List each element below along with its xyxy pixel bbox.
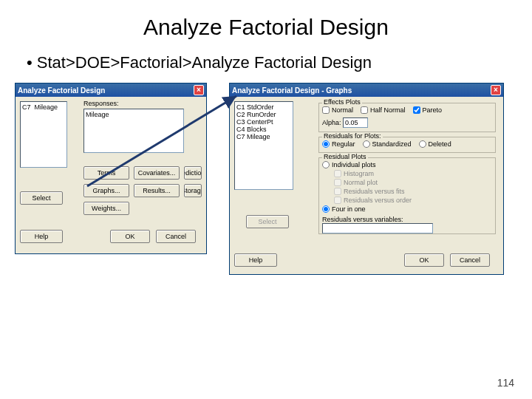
responses-label: Responses: <box>83 100 119 107</box>
dialog1-title: Analyze Factorial Design <box>18 86 194 95</box>
covariates-button[interactable]: Covariates... <box>134 166 180 180</box>
responses-value: Mileage <box>86 111 109 118</box>
page-number: 114 <box>497 377 514 389</box>
select-button[interactable]: Select <box>20 191 63 205</box>
listrow-col: C7 <box>22 103 31 111</box>
res-vs-fits-checkbox: Residuals versus fits <box>334 188 405 195</box>
select-button: Select <box>246 215 289 228</box>
effects-plots-title: Effects Plots <box>322 98 362 106</box>
dialog2-titlebar[interactable]: Analyze Factorial Design - Graphs × <box>230 83 503 97</box>
four-in-one-radio[interactable]: Four in one <box>322 205 366 213</box>
slide-title: Analyze Factorial Design <box>0 15 532 40</box>
dialog2-title: Analyze Factorial Design - Graphs <box>232 86 491 95</box>
results-button[interactable]: Results... <box>134 184 180 197</box>
graphs-button[interactable]: Graphs... <box>83 184 129 197</box>
weights-button[interactable]: Weights... <box>83 202 129 215</box>
list-item[interactable]: C7 Mileage <box>236 133 291 140</box>
prediction-button[interactable]: Prediction... <box>184 166 202 180</box>
residual-plots-title: Residual Plots <box>322 153 368 160</box>
residual-plots-group: Residual Plots Individual plots Histogra… <box>318 157 496 234</box>
effects-plots-group: Effects Plots Normal Half Normal Pareto … <box>318 103 496 132</box>
alpha-label: Alpha: <box>322 119 341 126</box>
halfnormal-checkbox[interactable]: Half Normal <box>361 106 406 114</box>
standardized-radio[interactable]: Standardized <box>363 140 412 148</box>
cancel-button[interactable]: Cancel <box>450 253 490 267</box>
analyze-factorial-graphs-dialog: Analyze Factorial Design - Graphs × C1 S… <box>229 83 504 275</box>
deleted-radio[interactable]: Deleted <box>419 140 451 148</box>
close-icon[interactable]: × <box>491 85 501 95</box>
individual-plots-radio[interactable]: Individual plots <box>322 161 376 168</box>
variable-listbox[interactable]: C7 Mileage <box>20 101 67 168</box>
list-item[interactable]: C1 StdOrder <box>236 103 291 111</box>
list-item[interactable]: C2 RunOrder <box>236 111 291 118</box>
resfor-title: Residuals for Plots: <box>322 132 383 140</box>
ok-button[interactable]: OK <box>404 253 444 267</box>
list-item[interactable]: C4 Blocks <box>236 126 291 133</box>
normalplot-checkbox: Normal plot <box>334 179 378 186</box>
alpha-input[interactable]: 0.05 <box>343 117 368 128</box>
normal-checkbox[interactable]: Normal <box>322 106 353 114</box>
dialogs-area: Analyze Factorial Design × C7 Mileage Re… <box>0 83 532 304</box>
regular-radio[interactable]: Regular <box>322 140 355 148</box>
ok-button[interactable]: OK <box>110 230 150 243</box>
listrow-name: Mileage <box>35 103 58 111</box>
dialog1-titlebar[interactable]: Analyze Factorial Design × <box>16 83 206 97</box>
res-vs-vars-label: Residuals versus variables: <box>322 216 403 223</box>
close-icon[interactable]: × <box>194 85 204 95</box>
cancel-button[interactable]: Cancel <box>156 230 196 243</box>
storage-button[interactable]: Storage <box>184 184 202 197</box>
list-item[interactable]: C3 CenterPt <box>236 118 291 126</box>
column-listbox[interactable]: C1 StdOrder C2 RunOrder C3 CenterPt C4 B… <box>234 101 293 190</box>
pareto-checkbox[interactable]: Pareto <box>413 106 443 114</box>
histogram-checkbox: Histogram <box>334 170 374 177</box>
help-button[interactable]: Help <box>234 253 277 267</box>
res-vs-vars-input[interactable] <box>322 223 433 233</box>
responses-input[interactable]: Mileage <box>83 109 184 153</box>
help-button[interactable]: Help <box>20 230 63 243</box>
menu-path-text: Stat>DOE>Factorial>Analyze Factorial Des… <box>27 53 532 72</box>
analyze-factorial-dialog: Analyze Factorial Design × C7 Mileage Re… <box>15 83 207 254</box>
terms-button[interactable]: Terms <box>83 166 129 180</box>
res-vs-order-checkbox: Residuals versus order <box>334 197 412 204</box>
residuals-for-plots-group: Residuals for Plots: Regular Standardize… <box>318 137 496 153</box>
